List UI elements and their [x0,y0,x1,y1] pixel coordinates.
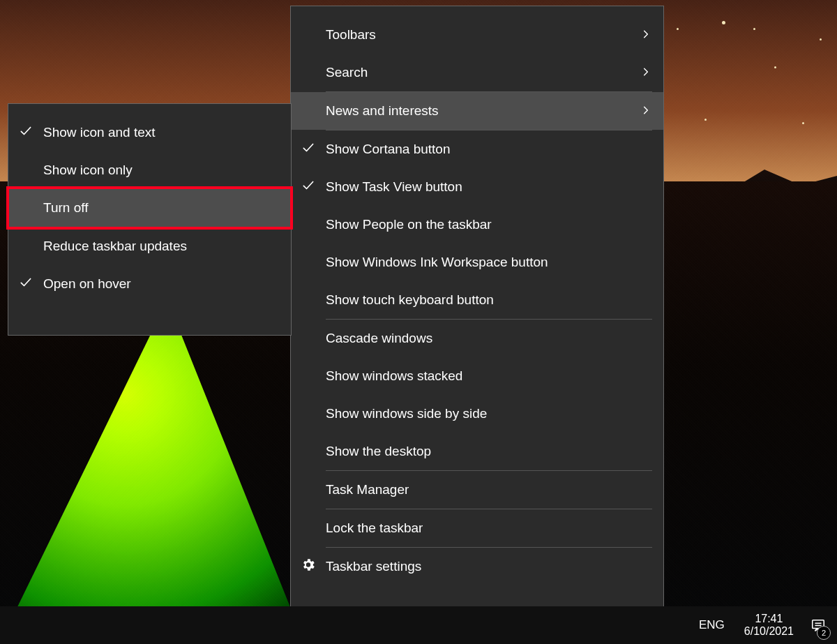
menu-item-label: Show windows side by side [326,406,487,421]
menu-item-search[interactable]: Search [291,54,663,91]
taskbar-context-menu: ToolbarsSearchNews and interestsShow Cor… [290,6,664,644]
menu-item-label: Show People on the taskbar [326,217,492,232]
check-icon [19,276,33,293]
menu-item-label: Turn off [43,200,88,216]
menu-item-label: Show icon only [43,163,133,178]
check-icon [19,124,33,142]
menu-item-toolbars[interactable]: Toolbars [291,16,663,54]
menu-item-label: Show icon and text [43,125,156,140]
menu-item-label: Show windows stacked [326,368,462,384]
menu-item-label: Show Windows Ink Workspace button [326,255,548,270]
tray-language-indicator[interactable]: ENG [689,606,734,644]
menu-item-label: Cascade windows [326,331,432,346]
menu-item-label: Lock the taskbar [326,521,423,536]
check-icon [301,141,315,158]
menu-item-show-icon-and-text[interactable]: Show icon and text [8,114,291,151]
menu-item-open-on-hover[interactable]: Open on hover [8,265,291,303]
menu-item-news-and-interests[interactable]: News and interests [291,92,663,130]
menu-item-label: Toolbars [326,27,376,43]
menu-item-label: Task Manager [326,482,409,497]
menu-item-show-people-on-the-taskbar[interactable]: Show People on the taskbar [291,206,663,244]
taskbar: ENG 17:41 6/10/2021 2 [0,606,837,644]
tray-date: 6/10/2021 [744,625,794,638]
menu-item-label: Show Task View button [326,179,462,195]
menu-item-show-windows-side-by-side[interactable]: Show windows side by side [291,395,663,433]
chevron-right-icon [641,27,651,43]
tray-clock[interactable]: 17:41 6/10/2021 [734,606,804,644]
menu-item-label: Show the desktop [326,444,431,459]
menu-item-label: Search [326,65,368,80]
menu-item-show-task-view-button[interactable]: Show Task View button [291,168,663,206]
chevron-right-icon [641,65,651,80]
menu-item-show-windows-ink-workspace-button[interactable]: Show Windows Ink Workspace button [291,244,663,281]
menu-item-label: Taskbar settings [326,559,421,574]
notification-badge: 2 [817,626,831,640]
menu-item-show-icon-only[interactable]: Show icon only [8,151,291,189]
menu-item-show-windows-stacked[interactable]: Show windows stacked [291,357,663,395]
menu-item-label: Open on hover [43,276,131,292]
action-center-button[interactable]: 2 [804,606,833,644]
tray-time: 17:41 [755,613,783,625]
menu-item-task-manager[interactable]: Task Manager [291,471,663,509]
menu-item-label: Show touch keyboard button [326,292,494,308]
menu-item-reduce-taskbar-updates[interactable]: Reduce taskbar updates [8,227,291,265]
news-interests-submenu: Show icon and textShow icon onlyTurn off… [8,103,292,336]
menu-item-show-touch-keyboard-button[interactable]: Show touch keyboard button [291,281,663,319]
menu-item-lock-the-taskbar[interactable]: Lock the taskbar [291,509,663,547]
check-icon [301,179,315,196]
chevron-right-icon [641,103,651,119]
menu-item-cascade-windows[interactable]: Cascade windows [291,320,663,357]
menu-item-turn-off[interactable]: Turn off [8,189,291,227]
menu-item-label: Reduce taskbar updates [43,239,187,254]
menu-item-taskbar-settings[interactable]: Taskbar settings [291,548,663,585]
menu-item-show-the-desktop[interactable]: Show the desktop [291,433,663,470]
menu-item-show-cortana-button[interactable]: Show Cortana button [291,130,663,168]
gear-icon [301,557,316,576]
menu-item-label: Show Cortana button [326,142,451,157]
menu-item-label: News and interests [326,103,439,119]
